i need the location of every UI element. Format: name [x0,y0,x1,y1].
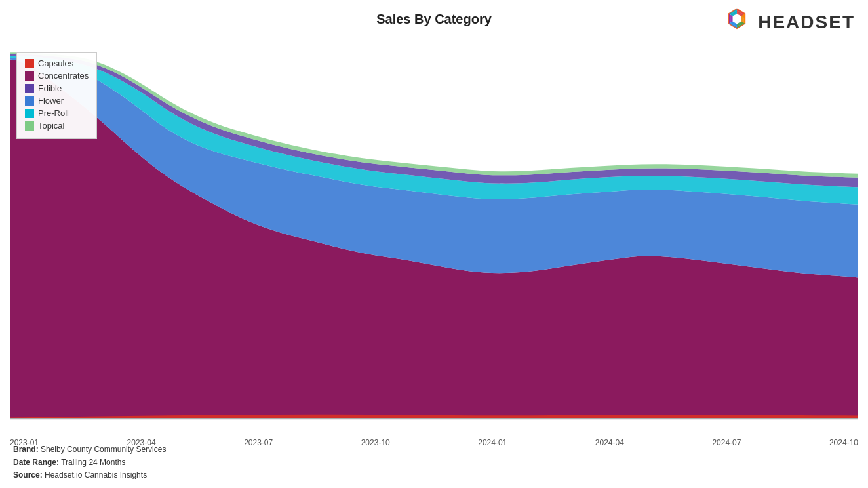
footer-date: Date Range: Trailing 24 Months [13,457,166,469]
legend-swatch-topical [25,121,34,131]
legend-label-capsules: Capsules [38,58,73,68]
legend-swatch-concentrates [25,71,34,81]
legend-item-flower: Flower [25,96,89,106]
footer-source-label: Source: [13,470,43,479]
legend-swatch-edible [25,84,34,93]
footer-date-value: Trailing 24 Months [61,458,125,467]
x-label-5: 2024-04 [595,438,624,447]
chart-svg [10,46,858,429]
footer-date-label: Date Range: [13,458,59,467]
x-label-4: 2024-01 [478,438,507,447]
headset-logo-icon [721,7,753,38]
legend-label-preroll: Pre-Roll [38,108,69,118]
x-label-2: 2023-07 [244,438,273,447]
logo-text: HEADSET [758,12,855,33]
legend-label-concentrates: Concentrates [38,71,89,81]
legend-swatch-preroll [25,109,34,118]
chart-area [10,46,858,429]
footer-brand-value: Shelby County Community Services [41,445,166,454]
chart-legend: Capsules Concentrates Edible Flower Pre-… [16,52,97,139]
footer-source-value: Headset.io Cannabis Insights [45,470,147,479]
legend-label-flower: Flower [38,96,64,106]
footer-brand-label: Brand: [13,445,39,454]
x-label-6: 2024-07 [712,438,741,447]
chart-footer: Brand: Shelby County Community Services … [13,443,166,481]
legend-item-topical: Topical [25,121,89,131]
legend-swatch-flower [25,96,34,106]
legend-item-edible: Edible [25,83,89,93]
legend-label-edible: Edible [38,83,62,93]
legend-item-preroll: Pre-Roll [25,108,89,118]
chart-title: Sales By Category [376,12,492,27]
legend-item-concentrates: Concentrates [25,71,89,81]
x-label-3: 2023-10 [361,438,390,447]
footer-brand: Brand: Shelby County Community Services [13,443,166,456]
logo-area: HEADSET [721,7,855,38]
footer-source: Source: Headset.io Cannabis Insights [13,469,166,481]
x-label-7: 2024-10 [829,438,858,447]
legend-label-topical: Topical [38,121,64,131]
chart-container: Sales By Category HEADSET Capsules Conce… [0,0,868,488]
legend-item-capsules: Capsules [25,58,89,68]
legend-swatch-capsules [25,59,34,68]
